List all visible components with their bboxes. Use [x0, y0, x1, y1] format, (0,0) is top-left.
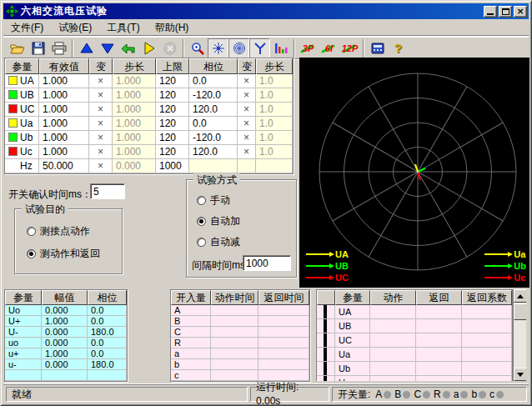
scroll-down-button[interactable] — [514, 368, 526, 381]
polar-view-button[interactable] — [228, 38, 249, 58]
action-time-cell — [211, 327, 258, 338]
rms-value-cell[interactable]: 1.000 — [39, 103, 89, 117]
phase-cell[interactable]: 120.0 — [189, 145, 238, 159]
limit-cell[interactable]: 120 — [156, 145, 189, 159]
menu-item[interactable]: 试验(E) — [51, 19, 99, 37]
step-cell: 1.000 — [113, 88, 156, 103]
maximize-button[interactable] — [499, 6, 512, 18]
vary-toggle-cell[interactable]: × — [238, 145, 256, 159]
phase-cell[interactable]: 120.0 — [189, 103, 238, 117]
reset-button[interactable] — [118, 38, 138, 58]
vary-toggle-cell[interactable]: × — [89, 74, 113, 88]
limit-cell[interactable]: 120 — [156, 74, 189, 88]
vary-toggle-cell[interactable]: × — [238, 88, 256, 103]
action-value-cell — [370, 319, 416, 333]
minimize-button[interactable] — [484, 6, 497, 18]
grid-view-button[interactable] — [208, 38, 228, 58]
vary-toggle-cell[interactable] — [238, 159, 256, 173]
three-phase-button[interactable]: 3P — [298, 38, 319, 58]
radio-action-return[interactable]: 测动作和返回 — [27, 247, 100, 261]
radio-contact-action[interactable]: 测接点动作 — [27, 224, 90, 238]
vary-toggle-cell[interactable]: × — [89, 131, 113, 145]
vary-toggle-cell[interactable]: × — [238, 103, 256, 117]
confirm-time-input[interactable] — [90, 183, 125, 199]
select-checkbox[interactable] — [324, 376, 327, 381]
phase-cell[interactable]: -120.0 — [189, 88, 238, 103]
down-arrow-icon — [101, 43, 114, 54]
six-current-button[interactable]: 6I — [319, 38, 339, 58]
radio-manual[interactable]: 手动 — [197, 193, 230, 208]
column-header: 参量 — [5, 290, 42, 305]
limit-cell[interactable]: 120 — [156, 131, 189, 145]
return-time-cell — [258, 338, 309, 348]
select-checkbox[interactable] — [324, 319, 327, 333]
action-value-cell — [370, 376, 416, 381]
select-checkbox[interactable] — [324, 305, 327, 318]
vary-toggle-cell[interactable]: × — [89, 117, 113, 131]
menu-item[interactable]: 工具(T) — [99, 19, 147, 37]
phasor-view-button[interactable] — [249, 38, 270, 58]
vary-toggle-cell[interactable]: × — [89, 88, 113, 103]
phasor-chart: UA UB UC Ua — [299, 58, 529, 288]
result-table-container: 参量 动作 返回 返回系数 UA UB — [316, 289, 526, 381]
radio-icon — [27, 227, 36, 236]
start-button[interactable] — [138, 38, 159, 58]
phase-cell[interactable]: -120.0 — [189, 131, 238, 145]
vary-toggle-cell[interactable]: × — [89, 145, 113, 159]
print-button[interactable] — [48, 38, 69, 58]
phase-cell[interactable] — [189, 159, 238, 173]
menu-item[interactable]: 文件(F) — [3, 19, 51, 37]
rms-value-cell[interactable]: 1.000 — [39, 88, 89, 103]
limit-cell[interactable]: 1000 — [156, 159, 189, 173]
select-checkbox[interactable] — [324, 348, 327, 361]
phase-cell[interactable]: 0.0 — [189, 117, 238, 131]
phasor-y-icon — [253, 42, 267, 55]
phase-cell: 0.0 — [88, 316, 127, 327]
lower-button[interactable] — [97, 38, 118, 58]
zoom-button[interactable] — [187, 38, 208, 58]
select-checkbox[interactable] — [324, 333, 327, 347]
limit-cell[interactable]: 120 — [156, 117, 189, 131]
up-arrow-icon — [517, 294, 524, 298]
rms-value-cell[interactable]: 1.000 — [39, 131, 89, 145]
radio-auto-increase[interactable]: 自动加 — [197, 214, 240, 228]
vary-toggle-cell[interactable]: × — [238, 131, 256, 145]
rms-value-cell[interactable]: 50.000 — [39, 159, 89, 173]
limit-cell[interactable]: 120 — [156, 88, 189, 103]
vary-toggle-cell[interactable]: × — [89, 159, 113, 173]
column-header: 参量 — [335, 290, 370, 305]
menu-item[interactable]: 帮助(H) — [148, 19, 197, 37]
limit-cell[interactable]: 120 — [156, 103, 189, 117]
phase-cell[interactable]: 0.0 — [189, 74, 238, 88]
close-button[interactable]: × — [514, 6, 527, 18]
raise-button[interactable] — [76, 38, 97, 58]
radio-auto-decrease[interactable]: 自动减 — [197, 235, 240, 249]
vary-toggle-cell[interactable]: × — [89, 103, 113, 117]
open-button[interactable] — [7, 38, 28, 58]
vary-toggle-cell[interactable]: × — [238, 74, 256, 88]
vary-toggle-cell[interactable]: × — [238, 117, 256, 131]
select-checkbox[interactable] — [324, 362, 327, 375]
bar-view-button[interactable] — [270, 38, 291, 58]
action-value-cell — [370, 362, 416, 376]
rms-value-cell[interactable]: 1.000 — [39, 145, 89, 159]
column-header: 上限 — [156, 58, 189, 74]
calculator-button[interactable] — [367, 38, 388, 58]
help-button[interactable]: ? — [388, 38, 409, 58]
scroll-up-button[interactable] — [514, 289, 526, 303]
switch-status-item: b — [471, 388, 486, 402]
twelve-phase-button[interactable]: 12P — [339, 38, 360, 58]
test-purpose-title: 试验目的 — [22, 203, 68, 217]
result-scrollbar[interactable] — [513, 289, 526, 381]
interval-input[interactable] — [243, 255, 291, 271]
switch-indicator-icon — [423, 391, 430, 398]
legend-entry: Uc — [484, 273, 526, 283]
rms-value-cell[interactable]: 1.000 — [39, 117, 89, 131]
phase-step-cell: 1.0 — [256, 117, 293, 131]
phase-color-swatch — [8, 76, 18, 85]
return-value-cell — [416, 362, 462, 376]
rms-value-cell[interactable]: 1.000 — [39, 74, 89, 88]
return-value-cell — [416, 333, 462, 348]
save-button[interactable] — [28, 38, 48, 58]
scrollbar-thumb[interactable] — [514, 303, 526, 320]
